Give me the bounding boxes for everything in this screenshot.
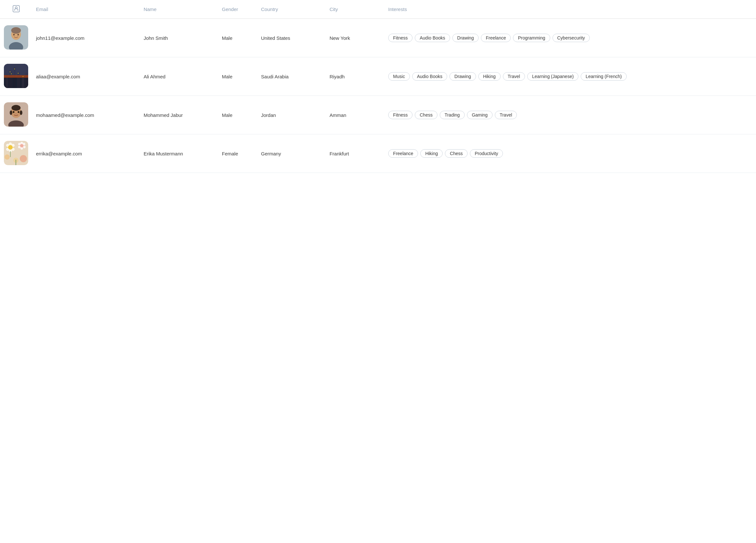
interest-tag: Learning (Japanese) (527, 72, 578, 81)
avatar-cell (0, 134, 32, 173)
interest-tag: Learning (French) (581, 72, 626, 81)
svg-rect-22 (23, 76, 23, 77)
interest-tag: Travel (503, 72, 525, 81)
col-avatar (0, 0, 32, 19)
country-cell: United States (257, 19, 326, 57)
col-email-header: Email (32, 0, 140, 19)
users-table-container: Email Name Gender Country City Interests… (0, 0, 756, 173)
interest-tag: Drawing (452, 34, 479, 42)
svg-point-34 (5, 155, 10, 160)
city-cell: Amman (326, 96, 384, 134)
city-cell: New York (326, 19, 384, 57)
interest-tag: Cybersecurity (552, 34, 590, 42)
interest-tag: Audio Books (412, 72, 448, 81)
avatar-cell (0, 19, 32, 57)
svg-point-1 (15, 7, 17, 9)
svg-rect-21 (18, 73, 18, 74)
gender-cell: Male (218, 19, 257, 57)
interest-tag: Drawing (449, 72, 476, 81)
svg-point-6 (13, 34, 15, 36)
col-city-header: City (326, 0, 384, 19)
avatar (4, 64, 28, 89)
svg-point-44 (20, 142, 23, 145)
country-cell: Germany (257, 134, 326, 173)
interest-tag: Fitness (388, 34, 413, 42)
name-cell: Ali Ahmed (140, 57, 218, 96)
svg-point-35 (20, 155, 27, 162)
svg-point-29 (13, 111, 15, 113)
email-cell: john11@example.com (32, 19, 140, 57)
interest-tag: Trading (440, 111, 465, 119)
col-interests-header: Interests (384, 0, 756, 19)
interests-cell: MusicAudio BooksDrawingHikingTravelLearn… (384, 57, 756, 96)
interest-tag: Fitness (388, 111, 413, 119)
city-cell: Frankfurt (326, 134, 384, 173)
name-cell: Mohammed Jabur (140, 96, 218, 134)
svg-rect-17 (4, 75, 28, 78)
interests-list: MusicAudio BooksDrawingHikingTravelLearn… (388, 72, 752, 81)
gender-cell: Male (218, 57, 257, 96)
interest-tag: Productivity (470, 149, 503, 158)
country-cell: Saudi Arabia (257, 57, 326, 96)
interest-tag: Music (388, 72, 410, 81)
interests-list: FitnessAudio BooksDrawingFreelanceProgra… (388, 34, 752, 42)
svg-point-50 (20, 144, 23, 147)
col-name-header: Name (140, 0, 218, 19)
svg-point-47 (20, 147, 23, 150)
avatar-cell (0, 57, 32, 96)
interest-tag: Audio Books (415, 34, 450, 42)
svg-rect-18 (10, 72, 10, 72)
interest-tag: Hiking (420, 149, 443, 158)
svg-point-7 (17, 34, 19, 36)
table-row: aliaa@example.comAli AhmedMaleSaudi Arab… (0, 57, 756, 96)
interests-cell: FitnessChessTradingGamingTravel (384, 96, 756, 134)
svg-rect-20 (14, 69, 15, 69)
svg-point-46 (23, 146, 26, 148)
interest-tag: Hiking (478, 72, 501, 81)
country-cell: Jordan (257, 96, 326, 134)
interest-tag: Travel (495, 111, 517, 119)
name-cell: Erika Mustermann (140, 134, 218, 173)
interest-tag: Freelance (388, 149, 418, 158)
gender-cell: Male (218, 96, 257, 134)
email-cell: aliaa@example.com (32, 57, 140, 96)
email-cell: mohaamed@example.com (32, 96, 140, 134)
interests-list: FreelanceHikingChessProductivity (388, 149, 752, 158)
interests-list: FitnessChessTradingGamingTravel (388, 111, 752, 119)
svg-point-43 (8, 145, 13, 150)
svg-point-25 (12, 105, 21, 111)
name-cell: John Smith (140, 19, 218, 57)
city-cell: Riyadh (326, 57, 384, 96)
interest-tag: Chess (445, 149, 468, 158)
col-gender-header: Gender (218, 0, 257, 19)
interest-tag: Programming (513, 34, 550, 42)
avatar (4, 141, 28, 166)
users-table: Email Name Gender Country City Interests… (0, 0, 756, 173)
interest-tag: Freelance (481, 34, 511, 42)
table-row: john11@example.comJohn SmithMaleUnited S… (0, 19, 756, 57)
interest-tag: Gaming (467, 111, 493, 119)
table-header-row: Email Name Gender Country City Interests (0, 0, 756, 19)
col-country-header: Country (257, 0, 326, 19)
email-cell: errika@example.com (32, 134, 140, 173)
avatar-cell (0, 96, 32, 134)
svg-rect-19 (11, 74, 12, 74)
table-row: mohaamed@example.comMohammed JaburMaleJo… (0, 96, 756, 134)
table-row: errika@example.comErika MustermannFemale… (0, 134, 756, 173)
svg-point-4 (11, 27, 21, 34)
avatar (4, 25, 28, 51)
gender-cell: Female (218, 134, 257, 173)
svg-point-27 (20, 110, 22, 115)
interests-cell: FitnessAudio BooksDrawingFreelanceProgra… (384, 19, 756, 57)
avatar (4, 102, 28, 128)
interests-cell: FreelanceHikingChessProductivity (384, 134, 756, 173)
svg-point-30 (18, 111, 19, 113)
svg-point-26 (10, 110, 12, 115)
interest-tag: Chess (415, 111, 437, 119)
